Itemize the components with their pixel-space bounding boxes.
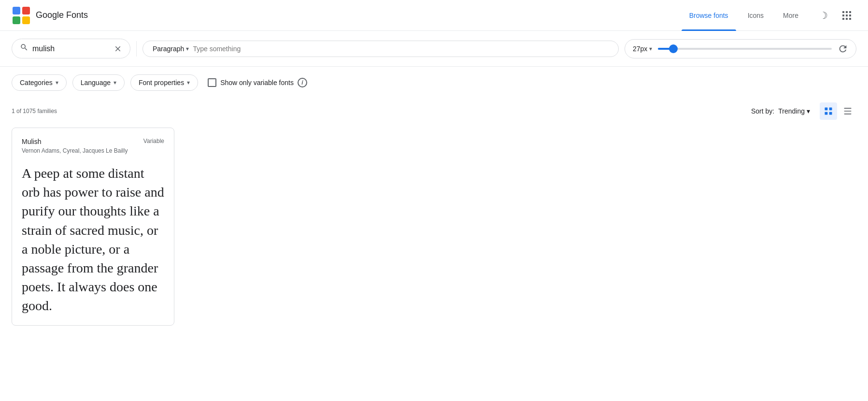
font-properties-filter-button[interactable]: Font properties ▾ <box>130 74 198 91</box>
results-bar: 1 of 1075 families Sort by: Trending ▾ <box>0 99 868 128</box>
font-name: Mulish <box>22 138 41 145</box>
nav-browse-fonts[interactable]: Browse fonts <box>682 8 736 23</box>
app-header: Google Fonts Browse fonts Icons More ☽ <box>0 0 868 31</box>
categories-label: Categories <box>20 79 53 86</box>
font-preview: A peep at some distant orb has power to … <box>22 164 164 315</box>
sort-area: Sort by: Trending ▾ <box>751 102 856 120</box>
categories-chevron-icon: ▾ <box>56 79 58 86</box>
text-input-area: Paragraph ▾ <box>142 41 619 57</box>
language-label: Language <box>81 79 111 86</box>
svg-rect-8 <box>846 14 848 16</box>
size-area: 27px ▾ <box>625 39 856 58</box>
font-authors: Vernon Adams, Cyreal, Jacques Le Bailly <box>22 147 164 154</box>
svg-rect-12 <box>849 18 851 20</box>
svg-rect-15 <box>825 112 828 115</box>
apps-grid-button[interactable] <box>837 6 856 25</box>
svg-rect-19 <box>844 114 852 115</box>
svg-rect-0 <box>13 7 20 14</box>
search-box <box>12 39 130 58</box>
filter-bar: Categories ▾ Language ▾ Font properties … <box>0 67 868 99</box>
grid-view-icon <box>824 106 833 116</box>
paragraph-mode-button[interactable]: Paragraph ▾ <box>153 45 189 53</box>
svg-rect-14 <box>829 108 832 111</box>
grid-view-button[interactable] <box>820 102 837 120</box>
size-slider-container <box>658 48 832 50</box>
nav-more[interactable]: More <box>775 8 806 23</box>
info-text: i <box>301 79 303 86</box>
svg-rect-16 <box>829 112 832 115</box>
svg-rect-2 <box>13 16 20 24</box>
results-count: 1 of 1075 families <box>12 108 57 115</box>
paragraph-chevron-icon: ▾ <box>186 45 189 52</box>
nav-icons[interactable]: Icons <box>740 8 771 23</box>
header-icons: ☽ <box>814 6 856 25</box>
svg-rect-13 <box>825 108 828 111</box>
list-view-button[interactable] <box>839 102 856 120</box>
svg-rect-1 <box>22 7 30 14</box>
toolbar-divider <box>136 41 137 57</box>
sort-chevron-icon: ▾ <box>807 107 810 115</box>
svg-rect-7 <box>842 14 844 16</box>
svg-rect-18 <box>844 111 852 112</box>
search-icon <box>20 43 28 54</box>
svg-rect-11 <box>846 18 848 20</box>
search-clear-button[interactable] <box>114 44 122 53</box>
search-toolbar: Paragraph ▾ 27px ▾ <box>0 31 868 67</box>
font-badge: Variable <box>143 138 164 144</box>
google-logo-icon <box>12 6 31 25</box>
variable-fonts-info-icon[interactable]: i <box>298 78 307 87</box>
logo-text: Google Fonts <box>36 10 88 20</box>
svg-rect-9 <box>849 14 851 16</box>
sort-button[interactable]: Trending ▾ <box>778 107 810 115</box>
font-grid: Mulish Variable Vernon Adams, Cyreal, Ja… <box>0 128 868 337</box>
font-properties-label: Font properties <box>139 79 184 86</box>
main-nav: Browse fonts Icons More <box>682 8 806 23</box>
variable-fonts-label: Show only variable fonts <box>220 79 294 86</box>
refresh-button[interactable] <box>838 43 848 54</box>
font-card-header: Mulish Variable <box>22 138 164 145</box>
language-chevron-icon: ▾ <box>114 79 116 86</box>
theme-icon: ☽ <box>819 10 828 21</box>
categories-filter-button[interactable]: Categories ▾ <box>12 74 67 91</box>
svg-rect-6 <box>849 11 851 13</box>
size-value: 27px <box>633 45 647 53</box>
preview-text-input[interactable] <box>193 45 609 53</box>
sort-value: Trending <box>778 107 805 115</box>
variable-fonts-filter: Show only variable fonts i <box>208 78 307 87</box>
view-toggle <box>820 102 856 120</box>
logo-area: Google Fonts <box>12 6 88 25</box>
svg-rect-17 <box>844 108 852 109</box>
svg-rect-5 <box>846 11 848 13</box>
size-slider[interactable] <box>658 48 832 50</box>
theme-toggle-button[interactable]: ☽ <box>814 6 833 25</box>
language-filter-button[interactable]: Language ▾ <box>72 74 125 91</box>
sort-label: Sort by: <box>751 107 774 115</box>
paragraph-label: Paragraph <box>153 45 184 53</box>
svg-rect-4 <box>842 11 844 13</box>
svg-rect-10 <box>842 18 844 20</box>
variable-fonts-checkbox[interactable] <box>208 78 216 87</box>
svg-rect-3 <box>22 16 30 24</box>
size-chevron-icon: ▾ <box>649 45 652 52</box>
size-label[interactable]: 27px ▾ <box>633 45 652 53</box>
font-properties-chevron-icon: ▾ <box>187 79 190 86</box>
search-input[interactable] <box>32 44 110 53</box>
apps-icon <box>841 10 853 21</box>
font-card[interactable]: Mulish Variable Vernon Adams, Cyreal, Ja… <box>12 128 174 326</box>
list-view-icon <box>843 106 853 116</box>
